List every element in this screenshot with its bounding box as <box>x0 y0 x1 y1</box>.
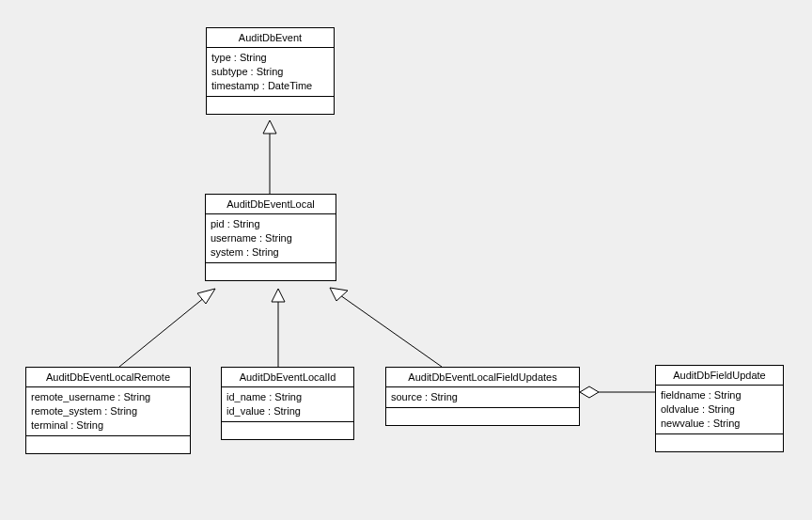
class-attributes: pid : String username : String system : … <box>206 214 336 263</box>
class-attributes: type : String subtype : String timestamp… <box>207 48 334 97</box>
class-title: AuditDbEventLocal <box>206 195 336 214</box>
gen-arrow-remote-local <box>197 289 215 304</box>
class-operations <box>222 422 353 439</box>
attr: timestamp : DateTime <box>211 79 329 93</box>
diagram-canvas: AuditDbEvent type : String subtype : Str… <box>0 0 812 520</box>
class-attributes: id_name : String id_value : String <box>222 387 353 422</box>
attr: remote_system : String <box>31 404 185 418</box>
class-operations <box>386 408 579 425</box>
class-operations <box>26 436 190 453</box>
attr: type : String <box>211 51 329 65</box>
class-title: AuditDbEventLocalFieldUpdates <box>386 368 579 387</box>
gen-arrow-fieldupdates-local <box>330 288 348 301</box>
class-AuditDbEvent: AuditDbEvent type : String subtype : Str… <box>206 27 335 115</box>
attr: id_name : String <box>226 390 349 404</box>
attr: system : String <box>211 245 331 260</box>
attr: subtype : String <box>211 65 329 79</box>
class-AuditDbEventLocalFieldUpdates: AuditDbEventLocalFieldUpdates source : S… <box>385 367 580 426</box>
class-AuditDbEventLocalId: AuditDbEventLocalId id_name : String id_… <box>221 367 354 440</box>
attr: source : String <box>391 390 574 404</box>
attr: oldvalue : String <box>661 402 778 417</box>
class-operations <box>206 263 336 280</box>
class-operations <box>207 97 334 114</box>
attr: newvalue : String <box>661 417 778 431</box>
attr: id_value : String <box>226 404 349 418</box>
attr: username : String <box>211 231 331 245</box>
class-AuditDbEventLocal: AuditDbEventLocal pid : String username … <box>205 194 336 281</box>
class-AuditDbEventLocalRemote: AuditDbEventLocalRemote remote_username … <box>25 367 191 454</box>
class-operations <box>656 434 783 451</box>
attr: remote_username : String <box>31 390 185 404</box>
agg-diamond-fieldupdates <box>580 386 599 398</box>
gen-arrow-localid-local <box>272 289 285 302</box>
gen-fieldupdates-to-local <box>340 295 442 367</box>
attr: fieldname : String <box>661 388 778 402</box>
class-attributes: source : String <box>386 387 579 408</box>
gen-remote-to-local <box>119 297 205 367</box>
class-title: AuditDbEvent <box>207 28 334 48</box>
attr: pid : String <box>211 217 331 231</box>
class-AuditDbFieldUpdate: AuditDbFieldUpdate fieldname : String ol… <box>655 365 784 452</box>
class-title: AuditDbFieldUpdate <box>656 366 783 386</box>
attr: terminal : String <box>31 418 185 433</box>
class-attributes: fieldname : String oldvalue : String new… <box>656 386 783 434</box>
gen-arrow-local-event <box>263 120 276 134</box>
class-attributes: remote_username : String remote_system :… <box>26 387 190 436</box>
class-title: AuditDbEventLocalRemote <box>26 368 190 387</box>
class-title: AuditDbEventLocalId <box>222 368 353 387</box>
